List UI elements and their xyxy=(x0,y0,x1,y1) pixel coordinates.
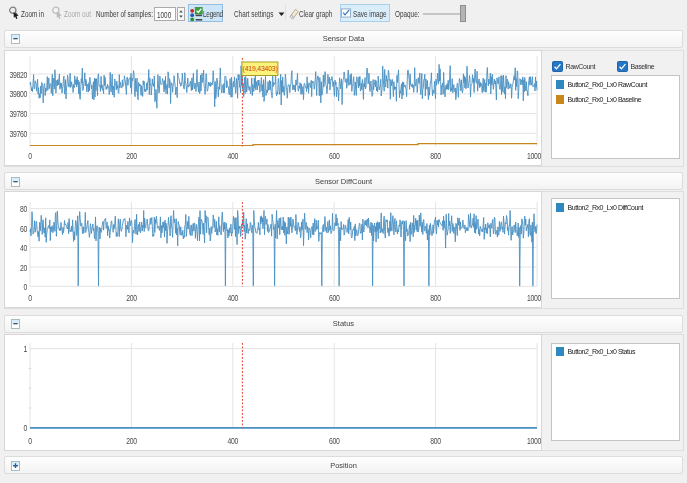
svg-text:39780: 39780 xyxy=(10,109,28,119)
svg-text:1000: 1000 xyxy=(527,151,541,161)
svg-text:40: 40 xyxy=(20,243,28,253)
svg-text:39820: 39820 xyxy=(10,70,28,80)
svg-text:0: 0 xyxy=(28,436,32,446)
svg-text:0: 0 xyxy=(28,151,32,161)
svg-text:0: 0 xyxy=(23,423,27,433)
svg-text:600: 600 xyxy=(329,293,340,303)
svg-text:400: 400 xyxy=(228,436,239,446)
svg-text:0: 0 xyxy=(23,282,27,292)
svg-text:600: 600 xyxy=(329,151,340,161)
svg-text:800: 800 xyxy=(430,293,441,303)
svg-text:1000: 1000 xyxy=(527,436,541,446)
svg-text:600: 600 xyxy=(329,436,340,446)
svg-text:200: 200 xyxy=(126,293,137,303)
svg-text:400: 400 xyxy=(228,293,239,303)
svg-text:200: 200 xyxy=(126,436,137,446)
svg-text:800: 800 xyxy=(430,436,441,446)
svg-text:1: 1 xyxy=(23,344,27,354)
svg-text:0: 0 xyxy=(28,293,32,303)
svg-text:400: 400 xyxy=(228,151,239,161)
svg-text:60: 60 xyxy=(20,224,28,234)
svg-text:80: 80 xyxy=(20,204,28,214)
svg-text:1000: 1000 xyxy=(527,293,541,303)
svg-text:800: 800 xyxy=(430,151,441,161)
svg-text:200: 200 xyxy=(126,151,137,161)
svg-text:39760: 39760 xyxy=(10,129,28,139)
svg-text:20: 20 xyxy=(20,263,28,273)
svg-text:39800: 39800 xyxy=(10,89,28,99)
svg-text:(419,43403): (419,43403) xyxy=(243,65,278,73)
